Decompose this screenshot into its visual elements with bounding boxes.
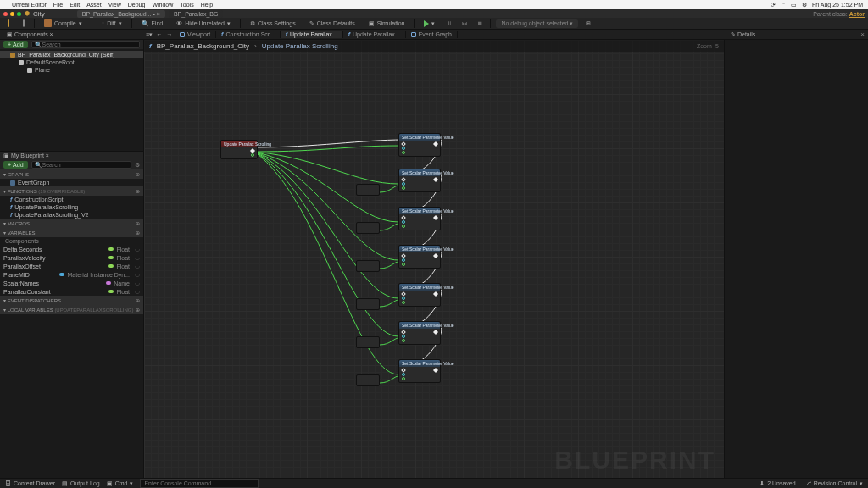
pause-button[interactable]: ⏸: [444, 19, 454, 28]
add-myblueprint-button[interactable]: + Add: [3, 161, 28, 169]
variable-row[interactable]: ScalarNamesName◡: [0, 279, 143, 287]
exec-in-pin[interactable]: [401, 330, 406, 335]
nav-fwd-button[interactable]: →: [164, 30, 175, 39]
node-multiply[interactable]: [356, 260, 380, 272]
minimize-icon[interactable]: [10, 12, 14, 16]
clock[interactable]: Fri Aug 25 1:52 PM: [812, 2, 863, 8]
node-function-entry[interactable]: Update Parallax Scrolling: [220, 140, 258, 159]
item-construction-script[interactable]: fConstructionScript: [0, 196, 143, 203]
value-pin[interactable]: [402, 339, 405, 342]
node-set-scalar-param[interactable]: Set Scalar Parameter Value: [398, 283, 441, 307]
visibility-toggle[interactable]: ◡: [135, 254, 140, 261]
tree-row-scene-root[interactable]: DefaultSceneRoot: [0, 58, 143, 66]
tab-bp-parallax-bg-city[interactable]: BP_Parallax_Backgroud... • ×: [77, 10, 165, 18]
add-macro-button[interactable]: ⊕: [136, 220, 140, 226]
target-pin[interactable]: [402, 182, 405, 186]
menu-tools[interactable]: Tools: [180, 2, 193, 8]
content-drawer-button[interactable]: 🗄 Content Drawer: [5, 480, 55, 486]
variable-row[interactable]: ParrallaxConstantFloat◡: [0, 287, 143, 296]
section-macros[interactable]: ▾ Macros⊕: [0, 219, 143, 228]
node-set-scalar-param[interactable]: Set Scalar Parameter Value: [398, 245, 441, 269]
debug-filter-button[interactable]: ⊞: [583, 19, 593, 28]
menu-window[interactable]: Window: [152, 2, 173, 8]
simulation-button[interactable]: ▣ Simulation: [364, 19, 409, 29]
parent-class-link[interactable]: Actor: [849, 11, 865, 17]
item-update-parallax[interactable]: fUpdateParallaxScrolling: [0, 203, 143, 211]
exec-out-pin[interactable]: [433, 215, 438, 220]
play-button[interactable]: ▾: [420, 19, 439, 29]
stop-button[interactable]: ⏹: [475, 19, 485, 28]
tab-bp-parallax-bg[interactable]: BP_Parallax_BG: [169, 10, 224, 18]
visibility-toggle[interactable]: ◡: [135, 263, 140, 269]
nav-back-button[interactable]: ←: [154, 30, 164, 39]
exec-in-pin[interactable]: [401, 141, 406, 147]
wifi-icon[interactable]: ⌃: [781, 2, 786, 8]
menu-edit[interactable]: Edit: [70, 2, 80, 8]
target-pin[interactable]: [402, 147, 405, 150]
browse-button[interactable]: [19, 19, 29, 28]
add-dispatcher-button[interactable]: ⊕: [136, 297, 140, 303]
visibility-toggle[interactable]: ◡: [135, 288, 140, 295]
variable-row[interactable]: PlaneMIDMaterial Instance Dyn...◡: [0, 270, 143, 279]
section-graphs[interactable]: ▾ Graphs⊕: [0, 169, 143, 179]
target-pin[interactable]: [402, 258, 405, 262]
my-blueprint-tab[interactable]: ▣ My Blueprint ×: [3, 152, 49, 159]
add-variable-button[interactable]: ⊕: [136, 230, 140, 236]
node-multiply[interactable]: [356, 222, 380, 234]
value-pin[interactable]: [402, 151, 405, 154]
add-function-button[interactable]: ⊕: [136, 188, 140, 194]
exec-in-pin[interactable]: [401, 253, 406, 258]
control-center-icon[interactable]: ⚙: [802, 2, 807, 8]
settings-icon[interactable]: ⚙: [135, 162, 140, 169]
revision-control-button[interactable]: ⎇ Revision Control ▾: [804, 480, 863, 487]
close-icon[interactable]: [3, 12, 8, 16]
data-out-pin[interactable]: [251, 153, 254, 157]
components-search-input[interactable]: [42, 42, 136, 47]
graph-canvas[interactable]: f BP_Parallax_Background_City › Update P…: [144, 40, 724, 486]
variable-row[interactable]: ParallaxOffsetFloat◡: [0, 262, 143, 270]
section-functions[interactable]: ▾ Functions (19 Overridable)⊕: [0, 186, 143, 196]
app-name[interactable]: Unreal Editor: [12, 2, 47, 8]
node-set-scalar-param[interactable]: Set Scalar Parameter Value: [398, 321, 441, 345]
exec-out-pin[interactable]: [433, 141, 438, 147]
visibility-toggle[interactable]: ◡: [135, 271, 140, 278]
value-pin[interactable]: [402, 225, 405, 228]
item-update-parallax-v2[interactable]: fUpdateParallaxScrolling_V2: [0, 211, 143, 219]
variable-row[interactable]: Delta SecondsFloat◡: [0, 245, 143, 253]
target-pin[interactable]: [402, 373, 405, 376]
menu-view[interactable]: View: [108, 2, 121, 8]
output-log-button[interactable]: ▤ Output Log: [62, 480, 100, 487]
add-graph-button[interactable]: ⊕: [136, 171, 140, 177]
node-set-scalar-param[interactable]: Set Scalar Parameter Value: [398, 169, 441, 192]
unsaved-button[interactable]: ⬇ 2 Unsaved: [760, 480, 795, 487]
exec-in-pin[interactable]: [401, 291, 406, 297]
class-settings-button[interactable]: ⚙ Class Settings: [246, 19, 300, 29]
exec-in-pin[interactable]: [401, 215, 406, 220]
components-tab[interactable]: ▣ Components ×: [0, 30, 60, 40]
project-name[interactable]: City: [33, 10, 45, 18]
visibility-toggle[interactable]: ◡: [135, 246, 140, 252]
visibility-toggle[interactable]: ◡: [135, 280, 140, 286]
myblueprint-search[interactable]: 🔍: [31, 161, 131, 169]
section-local-vars[interactable]: ▾ Local Variables (UpdateParallaxScrolli…: [0, 305, 143, 314]
traffic-lights[interactable]: [3, 12, 21, 16]
sync-icon[interactable]: ⟳: [771, 2, 776, 8]
section-variables[interactable]: ▾ Variables⊕: [0, 228, 143, 237]
add-component-button[interactable]: + Add: [3, 41, 28, 48]
item-eventgraph[interactable]: EventGraph: [0, 179, 143, 186]
skip-button[interactable]: ⏭: [459, 19, 470, 28]
target-pin[interactable]: [402, 220, 405, 224]
value-pin[interactable]: [402, 186, 405, 190]
node-set-scalar-param[interactable]: Set Scalar Parameter Value: [398, 359, 441, 383]
class-defaults-button[interactable]: ✎ Class Defaults: [305, 19, 359, 29]
details-tab[interactable]: ✎ Details: [724, 30, 762, 40]
node-multiply[interactable]: [356, 336, 380, 348]
tab-update-parallax-1[interactable]: fUpdate Parallax...: [281, 30, 343, 38]
value-pin[interactable]: [402, 263, 405, 266]
hide-unrelated-button[interactable]: 👁 Hide Unrelated ▾: [172, 19, 235, 29]
target-pin[interactable]: [402, 297, 405, 300]
menu-asset[interactable]: Asset: [86, 2, 102, 8]
project-icon[interactable]: ⬢: [25, 10, 30, 17]
menu-debug[interactable]: Debug: [128, 2, 146, 8]
variable-row[interactable]: ParallaxVelocityFloat◡: [0, 253, 143, 262]
